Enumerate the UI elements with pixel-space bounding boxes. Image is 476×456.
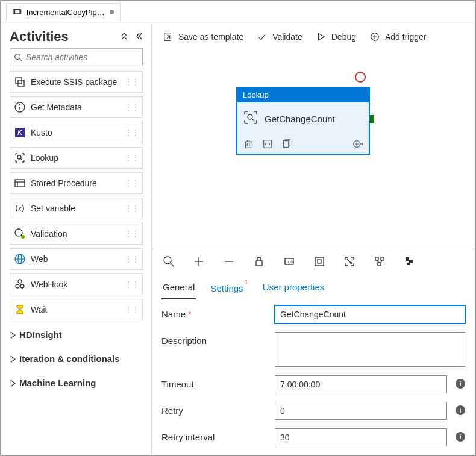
activity-webhook[interactable]: WebHook ⋮⋮ (10, 273, 143, 295)
zoom-search-icon[interactable] (163, 255, 175, 267)
activity-lookup[interactable]: Lookup ⋮⋮ (10, 147, 143, 169)
tab-user-properties[interactable]: User properties (261, 278, 326, 299)
activity-validation[interactable]: Validation ⋮⋮ (10, 223, 143, 245)
activity-web[interactable]: Web ⋮⋮ (10, 248, 143, 270)
properties-panel: 100% General Settings1 User properties N… (152, 249, 475, 455)
svg-line-47 (171, 263, 174, 266)
unsaved-indicator-icon (110, 10, 114, 14)
drag-grip-icon: ⋮⋮ (124, 280, 139, 289)
drag-grip-icon: ⋮⋮ (124, 305, 139, 314)
variable-icon: x (14, 202, 26, 214)
drag-grip-icon: ⋮⋮ (124, 128, 139, 137)
timeout-input[interactable] (275, 375, 447, 393)
drag-grip-icon: ⋮⋮ (124, 254, 139, 264)
delete-icon[interactable] (243, 139, 254, 149)
search-input[interactable] (26, 52, 139, 62)
info-icon[interactable]: i (456, 405, 465, 415)
activity-set-variable[interactable]: x Set variable ⋮⋮ (10, 198, 143, 219)
group-hdinsight[interactable]: HDInsight (10, 324, 143, 345)
activity-wait[interactable]: Wait ⋮⋮ (10, 299, 143, 320)
zoom-in-icon[interactable] (193, 255, 205, 267)
add-output-icon[interactable] (352, 139, 363, 149)
activities-title: Activities (10, 29, 69, 45)
drag-grip-icon: ⋮⋮ (124, 204, 139, 213)
retry-interval-input[interactable] (275, 428, 447, 446)
svg-line-4 (20, 59, 22, 61)
tab-settings[interactable]: Settings1 (209, 278, 248, 299)
svg-rect-62 (406, 257, 409, 261)
tab-title: IncrementalCopyPip… (27, 8, 105, 17)
description-label: Description (161, 332, 270, 346)
svg-rect-41 (284, 141, 289, 148)
sproc-icon (14, 177, 26, 189)
info-icon[interactable]: i (456, 432, 465, 442)
auto-align-icon[interactable] (374, 255, 386, 267)
svg-text:K: K (17, 128, 23, 137)
drag-grip-icon: ⋮⋮ (124, 153, 139, 163)
ssis-icon (14, 76, 26, 88)
property-tabs: General Settings1 User properties (152, 273, 475, 299)
fullscreen-icon[interactable] (343, 255, 355, 267)
svg-line-13 (20, 158, 22, 160)
add-trigger-button[interactable]: Add trigger (369, 31, 426, 42)
retry-input[interactable] (275, 402, 447, 420)
activity-list: Execute SSIS package ⋮⋮ Get Metadata ⋮⋮ … (1, 71, 151, 393)
info-icon (14, 101, 26, 113)
save-as-template-button[interactable]: Save as template (163, 31, 243, 42)
svg-point-24 (16, 284, 19, 288)
svg-rect-6 (18, 80, 24, 86)
activities-search[interactable] (10, 48, 143, 66)
svg-line-34 (252, 119, 254, 121)
pipeline-tab[interactable]: IncrementalCopyPip… (6, 3, 121, 22)
fit-screen-icon[interactable] (313, 255, 325, 267)
svg-point-25 (20, 284, 24, 288)
zoom-out-icon[interactable] (223, 255, 235, 267)
open-tabs-strip: IncrementalCopyPip… (1, 1, 475, 23)
kusto-icon: K (14, 126, 26, 139)
validate-button[interactable]: Validate (257, 31, 302, 42)
svg-line-56 (347, 259, 352, 264)
name-input[interactable] (275, 305, 465, 323)
activity-stored-procedure[interactable]: Stored Procedure ⋮⋮ (10, 172, 143, 194)
svg-rect-5 (16, 78, 22, 84)
code-icon[interactable] (262, 139, 273, 149)
general-form: Name* Description Timeout i Retry (152, 299, 475, 455)
copy-icon[interactable] (281, 139, 292, 149)
timeout-label: Timeout (161, 375, 270, 389)
debug-button[interactable]: Debug (316, 31, 356, 42)
svg-rect-64 (407, 263, 410, 265)
validation-error-icon (355, 72, 366, 83)
svg-marker-29 (318, 34, 324, 40)
pipeline-canvas[interactable]: Lookup GetChangeCount (152, 51, 475, 249)
group-iteration[interactable]: Iteration & conditionals (10, 348, 143, 369)
wait-icon (14, 304, 26, 316)
validation-icon (14, 228, 26, 240)
tab-general[interactable]: General (161, 278, 196, 299)
svg-rect-0 (13, 10, 21, 14)
drag-grip-icon: ⋮⋮ (124, 102, 139, 112)
name-label: Name* (161, 305, 270, 319)
svg-rect-39 (247, 140, 249, 142)
layout-icon[interactable] (404, 255, 416, 267)
lookup-icon (243, 110, 258, 128)
activity-kusto[interactable]: K Kusto ⋮⋮ (10, 122, 143, 143)
drag-grip-icon: ⋮⋮ (124, 229, 139, 239)
activity-execute-ssis[interactable]: Execute SSIS package ⋮⋮ (10, 71, 143, 93)
lookup-activity-node[interactable]: Lookup GetChangeCount (236, 87, 370, 155)
svg-rect-55 (318, 260, 321, 263)
activities-panel: Activities Exe (1, 23, 152, 455)
svg-rect-59 (378, 263, 381, 266)
svg-rect-51 (256, 261, 262, 266)
description-input[interactable] (275, 332, 465, 367)
search-icon (14, 53, 22, 61)
info-icon[interactable]: i (456, 379, 465, 389)
collapse-all-icon[interactable] (120, 32, 128, 42)
group-ml[interactable]: Machine Learning (10, 372, 143, 393)
collapse-panel-icon[interactable] (134, 32, 143, 42)
lock-icon[interactable] (253, 255, 265, 267)
svg-rect-54 (315, 257, 324, 266)
success-output-handle-icon[interactable] (369, 115, 374, 123)
zoom-100-icon[interactable]: 100% (283, 255, 295, 267)
svg-line-28 (167, 36, 170, 39)
activity-get-metadata[interactable]: Get Metadata ⋮⋮ (10, 96, 143, 118)
